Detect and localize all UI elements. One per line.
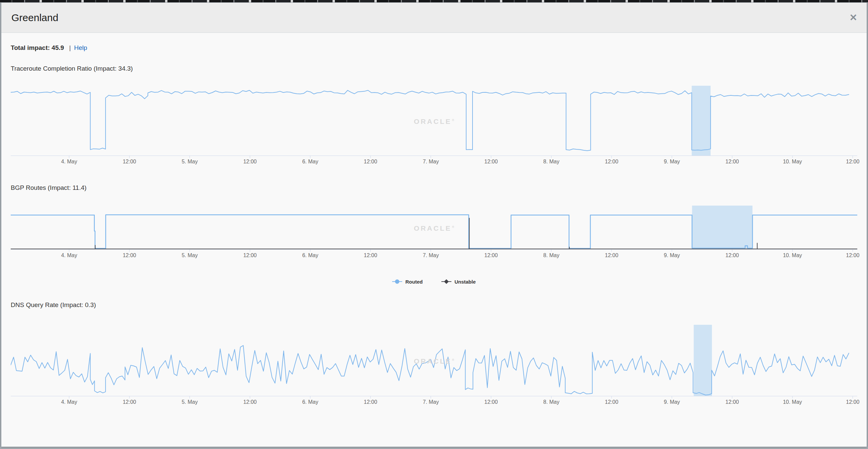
axis-tick-label: 12:00 bbox=[364, 253, 377, 258]
axis-tick-label: 6. May bbox=[302, 399, 318, 405]
axis-tick-label: 12:00 bbox=[846, 159, 859, 165]
axis-tick-label: 5. May bbox=[182, 159, 197, 165]
routed-marker-icon bbox=[392, 279, 402, 284]
axis-tick-label: 12:00 bbox=[725, 253, 739, 258]
background-page-sliver bbox=[0, 0, 868, 2]
axis-tick-label: 10. May bbox=[783, 253, 802, 258]
dns-chart[interactable]: ORACLE® 4. May12:005. May12:006. May12:0… bbox=[11, 325, 857, 409]
modal-header: Greenland ✕ bbox=[1, 3, 867, 33]
legend-label: Unstable bbox=[455, 279, 475, 285]
bgp-series-svg bbox=[11, 205, 857, 252]
axis-tick-label: 12:00 bbox=[123, 159, 136, 165]
legend-item-unstable[interactable]: Unstable bbox=[441, 279, 475, 285]
traceroute-x-axis-labels: 4. May12:005. May12:006. May12:007. May1… bbox=[11, 159, 857, 169]
impact-divider: | bbox=[69, 44, 71, 51]
axis-tick-label: 6. May bbox=[302, 159, 318, 165]
modal-body: Total impact: 45.9 |Help Traceroute Comp… bbox=[1, 44, 867, 409]
chart-section-traceroute: Traceroute Completion Ratio (Impact: 34.… bbox=[11, 65, 857, 169]
axis-tick-label: 12:00 bbox=[725, 399, 739, 405]
axis-tick-label: 4. May bbox=[61, 159, 77, 165]
axis-tick-label: 12:00 bbox=[484, 159, 498, 165]
axis-tick-label: 12:00 bbox=[243, 399, 256, 405]
traceroute-plot-area[interactable]: ORACLE® bbox=[11, 86, 857, 158]
axis-tick-label: 12:00 bbox=[123, 399, 136, 405]
bgp-chart[interactable]: ORACLE® 4. May12:005. May12:006. May12:0… bbox=[11, 205, 857, 262]
axis-tick-label: 8. May bbox=[543, 159, 559, 165]
greenland-modal: Greenland ✕ Total impact: 45.9 |Help Tra… bbox=[1, 2, 867, 447]
total-impact: Total impact: 45.9 |Help bbox=[11, 44, 857, 52]
total-impact-value: 45.9 bbox=[52, 44, 64, 51]
modal-title: Greenland bbox=[11, 12, 58, 24]
axis-tick-label: 7. May bbox=[423, 159, 439, 165]
axis-tick-label: 12:00 bbox=[846, 399, 859, 405]
total-impact-label: Total impact: bbox=[11, 44, 50, 51]
axis-tick-label: 12:00 bbox=[484, 399, 498, 405]
unstable-marker-icon bbox=[441, 279, 452, 284]
axis-tick-label: 9. May bbox=[664, 253, 680, 258]
dns-x-axis-labels: 4. May12:005. May12:006. May12:007. May1… bbox=[11, 399, 857, 409]
axis-tick-label: 9. May bbox=[664, 159, 680, 165]
chart-section-dns: DNS Query Rate (Impact: 0.3) ORACLE® 4. … bbox=[11, 301, 857, 409]
axis-tick-label: 12:00 bbox=[605, 159, 618, 165]
traceroute-series-svg bbox=[11, 86, 857, 158]
dns-plot-area[interactable]: ORACLE® bbox=[11, 325, 857, 398]
axis-tick-label: 5. May bbox=[182, 399, 197, 405]
close-icon[interactable]: ✕ bbox=[848, 12, 859, 24]
axis-tick-label: 12:00 bbox=[605, 253, 618, 258]
axis-tick-label: 12:00 bbox=[605, 399, 618, 405]
axis-tick-label: 10. May bbox=[783, 399, 802, 405]
axis-tick-label: 4. May bbox=[61, 253, 77, 258]
axis-tick-label: 12:00 bbox=[725, 159, 739, 165]
axis-tick-label: 9. May bbox=[664, 399, 680, 405]
axis-tick-label: 7. May bbox=[423, 253, 439, 258]
axis-tick-label: 12:00 bbox=[364, 399, 377, 405]
legend-item-routed[interactable]: Routed bbox=[392, 279, 423, 285]
axis-tick-label: 6. May bbox=[302, 253, 318, 258]
axis-tick-label: 12:00 bbox=[484, 253, 498, 258]
bgp-x-axis-labels: 4. May12:005. May12:006. May12:007. May1… bbox=[11, 253, 857, 262]
axis-tick-label: 8. May bbox=[543, 399, 559, 405]
axis-tick-label: 10. May bbox=[783, 159, 802, 165]
help-link[interactable]: Help bbox=[74, 44, 87, 51]
dns-chart-title: DNS Query Rate (Impact: 0.3) bbox=[11, 301, 857, 309]
axis-tick-label: 4. May bbox=[61, 399, 77, 405]
axis-tick-label: 7. May bbox=[423, 399, 439, 405]
axis-tick-label: 12:00 bbox=[243, 253, 256, 258]
bgp-legend: Routed Unstable bbox=[11, 277, 857, 286]
dns-series-svg bbox=[11, 325, 857, 398]
chart-section-bgp: BGP Routes (Impact: 11.4) ORACLE® 4. May… bbox=[11, 184, 857, 286]
bgp-chart-title: BGP Routes (Impact: 11.4) bbox=[11, 184, 857, 192]
traceroute-chart-title: Traceroute Completion Ratio (Impact: 34.… bbox=[11, 65, 857, 72]
bgp-plot-area[interactable]: ORACLE® bbox=[11, 205, 857, 252]
axis-tick-label: 12:00 bbox=[364, 159, 377, 165]
traceroute-chart[interactable]: ORACLE® 4. May12:005. May12:006. May12:0… bbox=[11, 86, 857, 169]
axis-tick-label: 5. May bbox=[182, 253, 197, 258]
axis-tick-label: 12:00 bbox=[123, 253, 136, 258]
axis-tick-label: 8. May bbox=[543, 253, 559, 258]
axis-tick-label: 12:00 bbox=[846, 253, 859, 258]
legend-label: Routed bbox=[405, 279, 423, 285]
axis-tick-label: 12:00 bbox=[243, 159, 256, 165]
